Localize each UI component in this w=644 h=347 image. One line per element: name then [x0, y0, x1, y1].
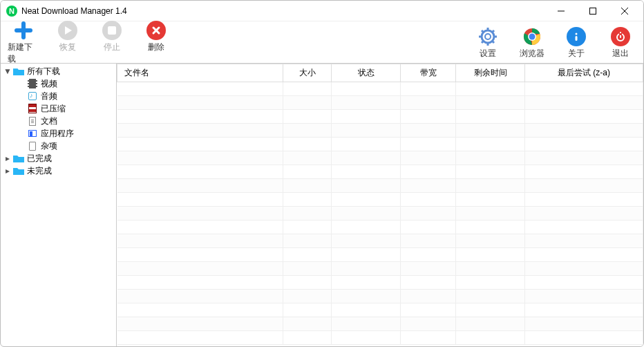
sidebar-item-archive[interactable]: 已压缩 [1, 102, 116, 115]
resume-label: 恢复 [59, 41, 76, 53]
table-row[interactable] [117, 165, 643, 179]
sidebar-item-label: 已压缩 [41, 103, 66, 115]
table-row[interactable] [117, 96, 643, 110]
column-header-size[interactable]: 大小 [283, 64, 332, 82]
new-download-label: 新建下载 [8, 41, 39, 65]
minimize-icon [558, 8, 565, 15]
close-icon [621, 8, 628, 15]
table-row[interactable] [117, 303, 643, 317]
window-title: Neat Download Manager 1.4 [21, 6, 127, 16]
chevron-right-icon: ▸ [3, 153, 12, 163]
table-row[interactable] [117, 110, 643, 124]
chevron-down-icon: ▼ [3, 66, 12, 76]
maximize-icon [589, 8, 596, 15]
close-button[interactable] [609, 1, 641, 21]
settings-label: 设置 [480, 48, 496, 59]
column-header-last-try[interactable]: 最后尝试 (z-a) [525, 64, 643, 82]
svg-point-22 [529, 33, 536, 39]
sidebar-item-label: 文档 [41, 115, 57, 127]
sidebar-item-finished[interactable]: ▸ 已完成 [1, 152, 116, 165]
about-button[interactable]: 关于 [560, 27, 592, 59]
table-row[interactable] [117, 276, 643, 290]
svg-point-11 [485, 34, 491, 39]
column-header-filename[interactable]: 文件名 [117, 64, 283, 82]
folder-icon [13, 166, 24, 176]
browser-label: 浏览器 [520, 48, 544, 59]
sidebar-item-document[interactable]: 文档 [1, 115, 116, 127]
power-icon [611, 27, 630, 46]
table-row[interactable] [117, 151, 643, 165]
table-row[interactable] [117, 290, 643, 303]
about-label: 关于 [568, 48, 585, 59]
archive-icon [27, 104, 38, 113]
resume-button[interactable]: 恢复 [52, 21, 84, 65]
table-row[interactable] [117, 124, 643, 138]
title-bar: N Neat Download Manager 1.4 [1, 1, 643, 21]
column-header-label: 文件名 [124, 68, 149, 77]
table-row[interactable] [117, 221, 643, 234]
maximize-button[interactable] [577, 1, 609, 21]
document-icon [27, 116, 38, 126]
delete-button[interactable]: 删除 [140, 21, 172, 65]
sidebar-item-video[interactable]: 视频 [1, 77, 116, 90]
table-row[interactable] [117, 317, 643, 331]
sidebar-item-label: 杂项 [41, 140, 57, 152]
sidebar-item-label: 音频 [41, 91, 57, 102]
table-row[interactable] [117, 138, 643, 151]
x-icon [146, 21, 166, 40]
svg-rect-27 [619, 33, 622, 35]
table-row[interactable] [117, 82, 643, 96]
sidebar: ▼ 所有下载 视频 音频 已压缩 文档 应用程序 杂项 [1, 64, 117, 346]
svg-rect-7 [108, 26, 116, 35]
chevron-right-icon: ▸ [3, 166, 12, 176]
sidebar-item-application[interactable]: 应用程序 [1, 127, 116, 140]
music-icon [27, 91, 38, 101]
browser-button[interactable]: 浏览器 [516, 27, 548, 59]
exit-button[interactable]: 退出 [605, 27, 636, 59]
svg-marker-6 [65, 26, 72, 35]
column-header-label: 带宽 [420, 68, 437, 77]
svg-point-23 [576, 32, 578, 35]
table-row[interactable] [117, 234, 643, 248]
sidebar-item-unfinished[interactable]: ▸ 未完成 [1, 165, 116, 177]
gear-icon [478, 27, 498, 46]
svg-line-18 [492, 30, 494, 32]
svg-line-16 [482, 30, 484, 32]
table-row[interactable] [117, 193, 643, 207]
toolbar: 新建下载 恢复 停止 删除 设置 [1, 21, 643, 63]
delete-label: 删除 [148, 41, 164, 53]
column-header-bandwidth[interactable]: 带宽 [401, 64, 456, 82]
table-row[interactable] [117, 207, 643, 221]
stop-button[interactable]: 停止 [96, 21, 128, 65]
column-header-status[interactable]: 状态 [332, 64, 401, 82]
plus-icon [14, 21, 33, 40]
svg-line-17 [492, 41, 494, 43]
sidebar-item-label: 视频 [41, 78, 57, 90]
table-row[interactable] [117, 248, 643, 262]
info-icon [567, 27, 586, 46]
sidebar-item-label: 应用程序 [41, 128, 74, 140]
application-icon [27, 129, 38, 138]
svg-rect-24 [576, 36, 578, 41]
settings-button[interactable]: 设置 [472, 27, 504, 59]
app-icon: N [6, 6, 17, 17]
file-icon [27, 141, 38, 151]
exit-label: 退出 [612, 48, 629, 59]
sidebar-item-all-downloads[interactable]: ▼ 所有下载 [1, 65, 116, 77]
table-row[interactable] [117, 262, 643, 276]
main-area: ▼ 所有下载 视频 音频 已压缩 文档 应用程序 杂项 [1, 63, 643, 346]
play-icon [58, 21, 77, 40]
stop-icon [102, 21, 122, 40]
sidebar-item-misc[interactable]: 杂项 [1, 140, 116, 152]
new-download-button[interactable]: 新建下载 [8, 21, 39, 65]
sidebar-item-audio[interactable]: 音频 [1, 90, 116, 102]
sidebar-item-label: 未完成 [27, 165, 52, 177]
table-row[interactable] [117, 179, 643, 193]
minimize-button[interactable] [545, 1, 577, 21]
svg-line-19 [482, 41, 484, 43]
column-header-remaining[interactable]: 剩余时间 [456, 64, 525, 82]
column-header-label: 最后尝试 (z-a) [558, 68, 610, 77]
chrome-icon [522, 27, 542, 46]
table-row[interactable] [117, 331, 643, 345]
download-list: 文件名 大小 状态 带宽 剩余时间 最后尝试 (z-a) [117, 64, 643, 346]
